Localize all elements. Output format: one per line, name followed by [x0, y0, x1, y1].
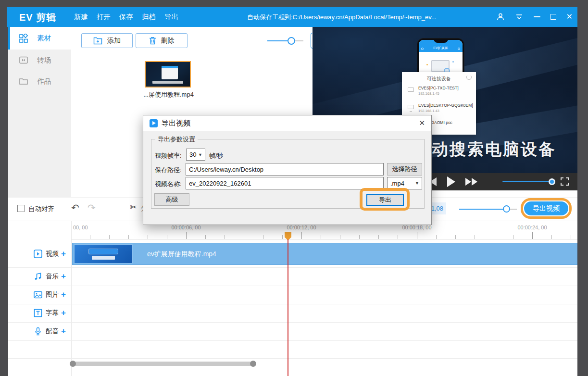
delete-material-button[interactable]: 删除 — [136, 33, 188, 48]
video-track-icon — [34, 250, 42, 258]
timeline-video-clip[interactable]: ev扩展屏使用教程.mp4 — [72, 243, 577, 265]
horizontal-scrollbar[interactable] — [72, 362, 254, 366]
export-dialog: 导出视频 ✕ 导出参数设置 视频帧率: 30 ▼ 帧/秒 保存路径: 选择路径 … — [143, 115, 432, 225]
chevron-down-icon: ▼ — [198, 152, 202, 157]
video-name-label: 视频名称: — [155, 180, 182, 188]
close-button[interactable]: ✕ — [566, 13, 573, 21]
app-logo: EV 剪辑 — [19, 11, 56, 24]
track-header-subtitle: 字幕 + — [8, 308, 71, 318]
auto-align-checkbox[interactable] — [17, 205, 25, 212]
ruler-label: 00:00:12, 00 — [287, 225, 316, 230]
sidebar-label: 素材 — [37, 34, 51, 43]
choose-path-button[interactable]: 选择路径 — [387, 163, 422, 175]
subtitle-track-icon — [34, 309, 42, 317]
folder-icon — [19, 76, 28, 86]
dialog-play-icon — [150, 119, 158, 127]
video-caption-text: 动搜索电脑设备 — [432, 138, 556, 161]
highlight-ring-export-video — [521, 198, 572, 219]
track-add-button[interactable]: + — [61, 272, 66, 281]
dialog-titlebar: 导出视频 ✕ — [143, 115, 431, 131]
fps-combobox[interactable]: 30 ▼ — [186, 149, 205, 161]
track-add-button[interactable]: + — [61, 308, 66, 318]
menu-export[interactable]: 导出 — [164, 13, 178, 22]
material-filename: ...屏使用教程.mp4 — [124, 90, 213, 99]
transition-icon — [19, 55, 28, 65]
music-track-icon — [34, 272, 42, 281]
save-path-input[interactable] — [186, 163, 384, 175]
menu-save[interactable]: 保存 — [119, 13, 133, 22]
track-add-button[interactable]: + — [61, 249, 66, 259]
device-row: EVES[PC-TXD-TEST] 192.168.1.45 — [408, 86, 473, 100]
ruler-label: 00:00:24, 00 — [517, 225, 547, 230]
material-grid-icon — [19, 34, 28, 43]
delete-material-label: 删除 — [161, 37, 175, 45]
ev-editor-window: EV 剪辑 新建 打开 保存 归档 导出 自动保存工程到:C:/Users/ie… — [0, 0, 588, 376]
microphone-track-icon — [34, 327, 42, 336]
fullscreen-icon[interactable] — [561, 177, 569, 186]
scrollbar-right-handle[interactable] — [250, 361, 256, 367]
fps-unit-label: 帧/秒 — [209, 151, 224, 160]
user-icon[interactable] — [496, 13, 505, 21]
save-path-label: 保存路径: — [155, 166, 182, 175]
autosave-path-text: 自动保存工程到:C:/Users/ieway.cn/AppData/Local/… — [247, 13, 437, 22]
volume-slider[interactable] — [502, 181, 553, 182]
trash-icon — [149, 37, 156, 45]
play-icon[interactable] — [447, 176, 455, 187]
titlebar: EV 剪辑 新建 打开 保存 归档 导出 自动保存工程到:C:/Users/ie… — [7, 7, 577, 27]
sidebar: 素材 转场 作品 — [8, 27, 71, 197]
fps-label: 视频帧率: — [155, 151, 182, 160]
undo-icon[interactable]: ↶ — [71, 202, 79, 213]
menu-open[interactable]: 打开 — [97, 13, 111, 22]
chevron-down-icon: ▼ — [415, 181, 419, 186]
highlight-ring-export — [360, 188, 410, 211]
device-monitor-icon — [408, 88, 414, 92]
group-title: 导出参数设置 — [155, 135, 198, 144]
auto-align-label: 自动对齐 — [28, 205, 54, 213]
slider-knob[interactable] — [288, 37, 295, 45]
folder-plus-icon — [93, 37, 102, 45]
window-controls: ✕ — [496, 7, 573, 27]
device-panel-title: 可连接设备 — [402, 75, 476, 82]
sidebar-label: 作品 — [37, 77, 51, 86]
dialog-title: 导出视频 — [162, 119, 190, 128]
menu-new[interactable]: 新建 — [74, 13, 88, 22]
dialog-close-icon[interactable]: ✕ — [419, 119, 425, 127]
minimize-button[interactable] — [534, 16, 540, 17]
ruler-label: 00, 00 — [73, 225, 88, 230]
ruler-label: 00:00:06, 00 — [171, 225, 200, 230]
timeline-zoom-knob[interactable] — [503, 205, 510, 213]
sidebar-item-works[interactable]: 作品 — [8, 71, 71, 92]
video-name-input[interactable] — [186, 177, 384, 189]
track-header-video: 视频 + — [8, 249, 71, 259]
split-scissors-icon[interactable]: ✂ — [130, 202, 137, 213]
sidebar-item-transition[interactable]: 转场 — [8, 50, 71, 71]
phone-app-title: EV扩展屏 — [433, 46, 448, 50]
maximize-button[interactable] — [550, 14, 556, 20]
scrollbar-left-handle[interactable] — [70, 361, 76, 367]
sidebar-label: 转场 — [37, 56, 51, 65]
add-material-button[interactable]: 添加 — [81, 33, 133, 48]
timeline: 00, 00 00:00:06, 00 00:00:12, 00 00:00:1… — [8, 221, 577, 376]
menu-archive[interactable]: 归档 — [142, 13, 156, 22]
track-header-voiceover: 配音 + — [8, 326, 71, 336]
redo-icon[interactable]: ↷ — [88, 202, 96, 213]
clip-filename: ev扩展屏使用教程.mp4 — [147, 250, 216, 259]
playhead-line — [288, 239, 288, 376]
advanced-button[interactable]: 高级 — [154, 193, 189, 206]
material-thumbnail[interactable] — [145, 61, 191, 88]
track-header-music: 音乐 + — [8, 272, 71, 281]
track-add-button[interactable]: + — [61, 290, 66, 300]
add-material-label: 添加 — [107, 37, 121, 45]
volume-knob[interactable] — [549, 178, 555, 185]
device-monitor-icon — [408, 105, 414, 109]
theme-icon[interactable] — [515, 13, 524, 21]
ruler-label: 00:00:18, 00 — [402, 225, 431, 230]
main-menu: 新建 打开 保存 归档 导出 — [74, 13, 178, 22]
image-track-icon — [34, 290, 42, 299]
clip-thumbnail — [74, 244, 133, 263]
refresh-icon — [466, 75, 472, 80]
sidebar-item-material[interactable]: 素材 — [8, 27, 71, 50]
track-header-image: 图片 + — [8, 290, 71, 300]
track-add-button[interactable]: + — [61, 326, 66, 336]
